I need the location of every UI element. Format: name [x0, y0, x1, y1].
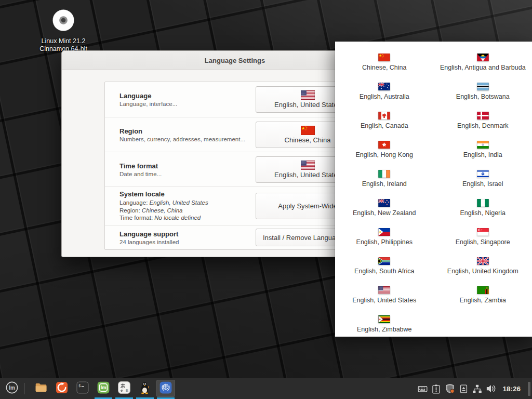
firefox-icon [55, 381, 69, 396]
window-button-software-manager[interactable]: lm [93, 378, 114, 399]
update-manager-shield-icon[interactable] [445, 383, 455, 394]
zw-flag-icon [378, 315, 390, 323]
ng-flag-icon [477, 199, 489, 207]
ie-flag-icon [378, 170, 390, 178]
region-row: Region Numbers, currency, addresses, mea… [105, 117, 367, 152]
taskbar-separator [24, 383, 25, 394]
taskbar: lm [0, 378, 532, 399]
language-menu-item[interactable]: English, Nigeria [434, 193, 532, 222]
cn-flag-icon [378, 54, 390, 61]
window-button-input-method[interactable]: E [114, 378, 135, 399]
language-menu-item-label: English, Ireland [362, 180, 407, 188]
language-menu-item-label: English, Zambia [459, 297, 506, 304]
language-select-button-label: English, United States [274, 101, 341, 109]
language-menu-item-label: English, Hong Kong [356, 151, 414, 158]
au-flag-icon [378, 83, 390, 90]
svg-text:lm: lm [9, 385, 15, 391]
zm-flag-icon [477, 286, 489, 294]
gb-flag-icon [477, 257, 489, 265]
desktop-icon-linux-mint-cd[interactable]: Linux Mint 21.2 Cinnamon 64-bit [27, 7, 100, 53]
us-flag-icon [378, 286, 390, 294]
terminal-icon: $ [76, 381, 89, 396]
nz-flag-icon [378, 199, 390, 207]
folder-icon [34, 381, 48, 396]
taskbar-clock[interactable]: 18:26 [502, 385, 521, 393]
system-locale-region-line: Region: Chinese, China [119, 207, 256, 215]
language-menu-item-label: English, Philippines [356, 238, 413, 246]
un-globe-icon [159, 381, 172, 396]
language-menu-item-label: English, Israel [462, 180, 503, 188]
language-menu-item[interactable]: English, Antigua and Barbuda [434, 48, 532, 77]
time-format-row: Time format Date and time... English, Un… [105, 152, 367, 187]
time-format-row-subtitle: Date and time... [119, 171, 256, 177]
language-menu-item[interactable]: English, India [434, 135, 532, 164]
region-row-title: Region [119, 127, 256, 135]
language-row-title: Language [119, 92, 256, 100]
region-select-button-label: Chinese, China [285, 136, 331, 144]
svg-text:$: $ [78, 383, 81, 388]
language-menu-item[interactable]: English, Zimbabwe [335, 310, 434, 337]
language-menu-item[interactable]: English, Hong Kong [335, 135, 434, 164]
language-menu-item-label: English, Canada [361, 122, 408, 129]
ag-flag-icon [477, 54, 489, 61]
language-menu-item[interactable]: English, United States [335, 281, 434, 310]
launcher-terminal[interactable]: $ [72, 378, 93, 399]
language-menu-item[interactable]: English, Zambia [434, 281, 532, 310]
language-menu-item-label: English, Zimbabwe [357, 326, 412, 333]
language-menu-item-label: English, Botswana [456, 93, 510, 100]
system-locale-timeformat-line: Time format: No locale defined [119, 214, 256, 222]
language-row-subtitle: Language, interface... [119, 101, 256, 107]
language-menu-item[interactable]: English, Singapore [434, 222, 532, 251]
language-menu-item[interactable]: English, South Africa [335, 251, 434, 281]
us-flag-icon [301, 161, 315, 170]
china-flag-icon [301, 126, 315, 135]
system-reports-icon[interactable] [431, 384, 441, 394]
mint-menu-button[interactable]: lm [0, 378, 24, 399]
language-menu-item[interactable]: English, Israel [434, 164, 532, 193]
mint-logo-icon: lm [5, 381, 19, 396]
language-menu-item[interactable]: English, Philippines [335, 222, 434, 251]
language-menu-item[interactable]: English, United Kingdom [434, 251, 532, 281]
network-icon[interactable] [472, 384, 482, 394]
tux-penguin-icon [138, 381, 152, 396]
ca-flag-icon [378, 112, 390, 119]
language-menu-item[interactable]: English, New Zealand [335, 193, 434, 222]
language-menu-item-label: English, Australia [360, 93, 409, 100]
cd-disc-icon [50, 27, 77, 36]
volume-icon[interactable] [486, 383, 496, 394]
language-menu-item[interactable]: English, Canada [335, 106, 434, 135]
language-menu-item-label: English, Denmark [457, 122, 509, 129]
window-button-tux-app[interactable] [135, 378, 155, 399]
dk-flag-icon [477, 112, 489, 119]
language-menu-item[interactable]: Chinese, China [335, 48, 434, 77]
language-menu-item[interactable]: English, Australia [335, 77, 434, 106]
sg-flag-icon [477, 228, 489, 236]
language-menu-item-label: English, India [463, 151, 502, 158]
window-title: Language Settings [205, 57, 265, 64]
language-support-row: Language support 24 languages installed … [105, 225, 367, 249]
language-menu-item[interactable]: English, Denmark [434, 106, 532, 135]
keyboard-layout-icon[interactable] [418, 384, 428, 394]
desktop: Linux Mint 21.2 Cinnamon 64-bit Language… [0, 0, 532, 399]
language-support-row-title: Language support [119, 230, 256, 238]
removable-drive-eject-icon[interactable] [459, 384, 469, 394]
window-button-language-settings[interactable] [155, 378, 176, 399]
launcher-firefox[interactable] [51, 378, 72, 399]
il-flag-icon [477, 170, 489, 178]
svg-text:lm: lm [101, 385, 107, 390]
region-row-subtitle: Numbers, currency, addresses, measuremen… [119, 136, 256, 142]
hk-flag-icon [378, 141, 390, 149]
language-menu-item-label: English, New Zealand [353, 209, 416, 217]
us-flag-icon [301, 90, 315, 100]
language-menu-item[interactable]: English, Botswana [434, 77, 532, 106]
launcher-files[interactable] [31, 378, 51, 399]
system-locale-row: System locale Language: English, United … [105, 187, 367, 225]
language-menu-item-label: English, United Kingdom [447, 268, 518, 275]
time-format-select-button-label: English, United States [274, 171, 341, 179]
language-menu-item-label: English, South Africa [354, 268, 414, 275]
in-flag-icon [477, 141, 489, 149]
language-selection-menu: Chinese, China English, Antigua and Barb… [335, 42, 532, 337]
svg-text:E: E [126, 388, 129, 393]
language-menu-item[interactable]: English, Ireland [335, 164, 434, 193]
show-desktop-strip[interactable] [528, 382, 530, 396]
